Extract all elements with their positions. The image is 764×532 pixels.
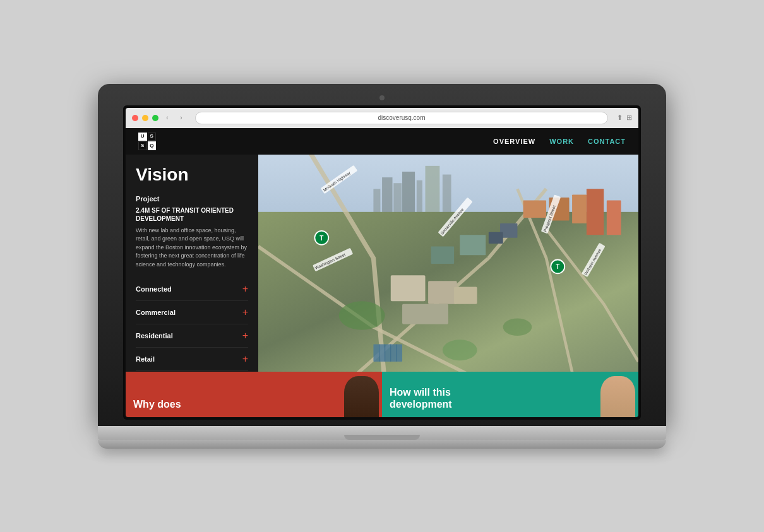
url-bar[interactable]: discoverusq.com <box>195 112 608 124</box>
logo-cell-s: S <box>148 133 157 141</box>
traffic-light-yellow[interactable] <box>142 115 148 121</box>
svg-rect-15 <box>431 246 454 263</box>
svg-text:T: T <box>556 263 560 270</box>
nav-links: OVERVIEW WORK CONTACT <box>493 138 626 145</box>
laptop-wrapper: ‹ › discoverusq.com ⬆ ⊞ U <box>98 84 666 449</box>
project-subtitle: 2.4M SF OF TRANSIT ORIENTED DEVELOPMENT <box>136 206 248 223</box>
laptop-screen: ‹ › discoverusq.com ⬆ ⊞ U <box>126 108 638 417</box>
site-nav: U S S Q OVERVIEW WORK CONTACT <box>126 128 638 155</box>
menu-item-residential[interactable]: Residential + <box>136 324 248 348</box>
nav-overview[interactable]: OVERVIEW <box>493 138 535 145</box>
nav-work[interactable]: WORK <box>549 138 574 145</box>
svg-rect-16 <box>587 189 604 235</box>
svg-rect-20 <box>402 304 448 324</box>
traffic-light-green[interactable] <box>152 115 158 121</box>
menu-label-connected: Connected <box>136 285 172 293</box>
laptop-stand <box>98 440 666 449</box>
page-title: Vision <box>136 165 248 185</box>
bottom-cards: Why does + How will thisdevelopment + <box>126 372 638 417</box>
svg-rect-19 <box>428 281 457 304</box>
logo-cell-q: Q <box>148 141 157 150</box>
project-description: With new lab and office space, housing, … <box>136 227 248 269</box>
plus-icon-connected: + <box>242 283 248 295</box>
plus-icon-residential: + <box>242 330 248 341</box>
menu-label-residential: Residential <box>136 332 173 340</box>
menu-label-commercial: Commercial <box>136 309 176 316</box>
traffic-light-red[interactable] <box>132 115 138 121</box>
svg-rect-17 <box>607 200 621 235</box>
svg-point-23 <box>443 340 477 360</box>
svg-rect-21 <box>454 287 477 304</box>
bottom-card-why[interactable]: Why does + <box>126 372 382 417</box>
bottom-card-how[interactable]: How will thisdevelopment + <box>382 372 638 417</box>
person-silhouette-right <box>600 374 638 417</box>
section-label: Project <box>136 195 248 203</box>
svg-rect-25 <box>373 344 402 361</box>
logo-grid: U S S Q <box>138 133 156 150</box>
url-text: discoverusq.com <box>378 114 425 121</box>
aerial-map: McGrath Highway Washington Street Somerv… <box>258 155 638 372</box>
menu-item-connected[interactable]: Connected + <box>136 278 248 301</box>
person-face-right <box>600 376 635 417</box>
person-face-left <box>344 376 379 417</box>
website: U S S Q OVERVIEW WORK CONTACT <box>126 128 638 417</box>
screen-bezel: ‹ › discoverusq.com ⬆ ⊞ U <box>123 105 641 420</box>
browser-chrome: ‹ › discoverusq.com ⬆ ⊞ <box>126 108 638 128</box>
map-area: McGrath Highway Washington Street Somerv… <box>258 155 638 372</box>
browser-action-new-tab[interactable]: ⊞ <box>626 114 632 122</box>
bottom-card-why-text: Why does <box>133 398 181 410</box>
forward-button[interactable]: › <box>176 113 186 123</box>
laptop-body: ‹ › discoverusq.com ⬆ ⊞ U <box>98 84 666 426</box>
svg-rect-14 <box>460 235 486 255</box>
menu-item-retail[interactable]: Retail + <box>136 348 248 371</box>
menu-label-retail: Retail <box>136 355 155 363</box>
plus-icon-commercial: + <box>242 307 248 318</box>
browser-action-share[interactable]: ⬆ <box>617 114 623 122</box>
svg-point-22 <box>339 301 385 330</box>
svg-point-24 <box>503 318 532 335</box>
nav-contact[interactable]: CONTACT <box>588 138 626 145</box>
sidebar: Vision Project 2.4M SF OF TRANSIT ORIENT… <box>126 155 258 372</box>
logo-cell-s2: S <box>138 141 147 150</box>
laptop-base <box>98 426 666 440</box>
person-silhouette-left <box>344 374 382 417</box>
svg-text:T: T <box>319 234 324 241</box>
svg-rect-9 <box>523 200 546 217</box>
site-logo: U S S Q <box>138 133 156 150</box>
menu-item-commercial[interactable]: Commercial + <box>136 301 248 324</box>
plus-icon-retail: + <box>242 353 248 365</box>
camera <box>379 95 385 100</box>
svg-rect-13 <box>489 232 503 243</box>
bottom-card-how-text: How will thisdevelopment <box>390 386 452 410</box>
logo-cell-u: U <box>138 133 147 141</box>
back-button[interactable]: ‹ <box>162 113 172 123</box>
site-main: Vision Project 2.4M SF OF TRANSIT ORIENT… <box>126 155 638 372</box>
svg-rect-11 <box>572 194 587 223</box>
svg-rect-18 <box>391 275 426 301</box>
